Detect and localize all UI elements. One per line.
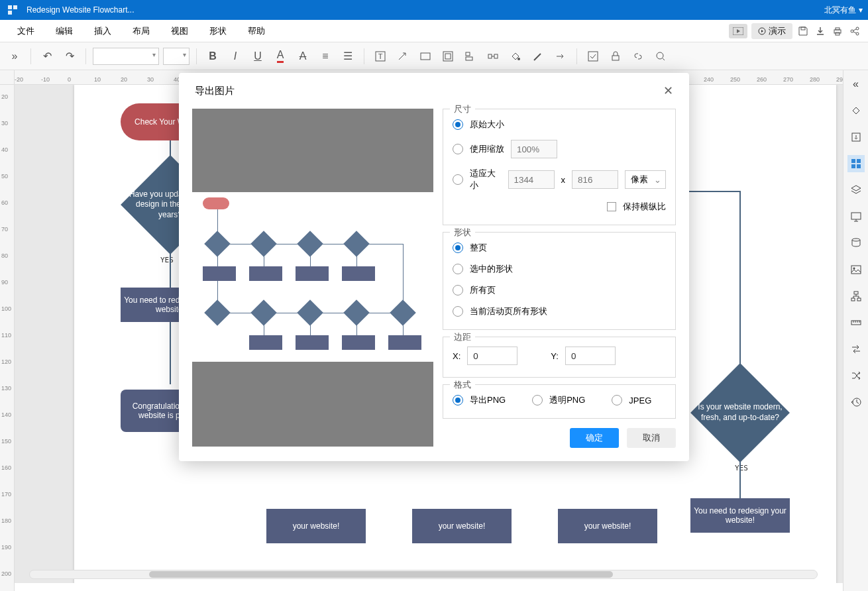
underline-icon[interactable]: U (248, 47, 267, 66)
radio-export-png[interactable] (453, 395, 463, 405)
menu-file[interactable]: 文件 (7, 25, 45, 37)
margin-fieldset: 边距 X: Y: (443, 337, 676, 378)
close-icon[interactable]: ✕ (663, 83, 673, 98)
print-icon[interactable] (831, 25, 844, 38)
margin-x-input[interactable] (467, 347, 517, 365)
ruler-corner (0, 70, 15, 85)
radio-fit-size[interactable] (453, 174, 463, 185)
slideshow-icon[interactable] (729, 24, 747, 38)
fit-width-input[interactable] (508, 170, 555, 189)
redo-icon[interactable]: ↷ (60, 47, 79, 66)
present-label: 演示 (769, 25, 786, 37)
radio-whole-page[interactable] (453, 242, 463, 253)
share-icon[interactable] (848, 25, 861, 38)
menu-view[interactable]: 视图 (160, 25, 199, 37)
bold-icon[interactable]: B (203, 47, 222, 66)
radio-all-pages[interactable] (453, 285, 463, 296)
align-icon[interactable]: ≡ (316, 47, 335, 66)
user-menu[interactable]: 北冥有鱼 ▾ (824, 5, 863, 16)
line-style-icon[interactable] (529, 47, 547, 66)
presentation-panel-icon[interactable] (847, 208, 865, 225)
svg-rect-19 (588, 52, 598, 61)
svg-rect-26 (857, 164, 861, 168)
username: 北冥有鱼 (824, 5, 856, 16)
flowchart-process[interactable]: your website! (412, 509, 512, 543)
data-panel-icon[interactable] (847, 235, 865, 252)
unit-select[interactable]: 像素 (625, 170, 666, 189)
layers-panel-icon[interactable] (847, 182, 865, 199)
font-color-icon[interactable]: A (271, 47, 290, 66)
expand-panel-icon[interactable]: » (5, 47, 24, 66)
search-icon[interactable] (651, 47, 670, 66)
collapse-panel-icon[interactable]: « (847, 76, 865, 93)
font-size-combo[interactable] (163, 48, 190, 65)
align-objects-icon[interactable] (461, 47, 480, 66)
margin-x-label: X: (453, 351, 461, 361)
flowchart-decision-5[interactable]: Is your website modern, fresh, and up-to… (690, 376, 790, 449)
horizontal-scrollbar[interactable] (29, 570, 818, 579)
menu-edit[interactable]: 编辑 (45, 25, 83, 37)
svg-rect-2 (801, 27, 805, 30)
random-panel-icon[interactable] (847, 367, 865, 384)
connector[interactable] (739, 449, 741, 498)
scale-input[interactable] (511, 140, 557, 158)
keep-ratio-checkbox[interactable] (607, 202, 616, 211)
lock-icon[interactable] (606, 47, 625, 66)
undo-icon[interactable]: ↶ (38, 47, 56, 66)
checklist-icon[interactable] (584, 47, 602, 66)
present-button[interactable]: 演示 (751, 23, 792, 39)
svg-rect-12 (443, 52, 453, 61)
history-panel-icon[interactable] (847, 394, 865, 411)
menu-help[interactable]: 帮助 (237, 25, 276, 37)
text-box-icon[interactable]: T (371, 47, 390, 66)
radio-jpeg[interactable] (612, 395, 622, 405)
connector[interactable] (739, 191, 741, 376)
svg-point-8 (856, 32, 859, 35)
svg-rect-20 (612, 56, 619, 60)
flowchart-process[interactable]: your website! (266, 509, 366, 543)
export-image-dialog: 导出图片 ✕ (179, 73, 689, 461)
fill-icon[interactable] (506, 47, 525, 66)
flowchart-process[interactable]: your website! (558, 509, 657, 543)
arrow-style-icon[interactable] (551, 47, 570, 66)
svg-rect-24 (857, 159, 861, 163)
measure-panel-icon[interactable] (847, 314, 865, 331)
radio-selected-shapes[interactable] (453, 264, 463, 274)
strikethrough-icon[interactable]: A (294, 47, 312, 66)
image-panel-icon[interactable] (847, 261, 865, 278)
grid-panel-icon[interactable] (847, 155, 865, 172)
keep-ratio-label: 保持横纵比 (623, 201, 666, 213)
radio-active-page-shapes[interactable] (453, 306, 463, 317)
menu-shape[interactable]: 形状 (199, 25, 237, 37)
sitemap-panel-icon[interactable] (847, 288, 865, 305)
ok-button[interactable]: 确定 (570, 428, 619, 448)
radio-use-scale[interactable] (453, 144, 463, 154)
scrollbar-thumb[interactable] (149, 571, 613, 578)
distribute-icon[interactable] (484, 47, 502, 66)
margin-y-input[interactable] (565, 347, 616, 365)
download-icon[interactable] (814, 25, 827, 38)
svg-point-6 (851, 30, 853, 32)
connector[interactable] (170, 322, 171, 384)
font-family-combo[interactable] (93, 48, 159, 65)
export-panel-icon[interactable] (847, 129, 865, 146)
ruler-vertical: 2030405060708090100110120130140150160170… (0, 85, 15, 591)
connector[interactable] (170, 241, 171, 288)
connector-icon[interactable] (394, 47, 412, 66)
size-fieldset: 尺寸 原始大小 使用缩放 适应大小 x 像素 (443, 109, 676, 225)
menu-layout[interactable]: 布局 (122, 25, 160, 37)
line-spacing-icon[interactable]: ☰ (339, 47, 357, 66)
save-icon[interactable] (796, 25, 810, 38)
container2-icon[interactable] (439, 47, 457, 66)
italic-icon[interactable]: I (226, 47, 244, 66)
cancel-button[interactable]: 取消 (627, 428, 676, 448)
container-icon[interactable] (416, 47, 435, 66)
radio-original-size[interactable] (453, 119, 463, 130)
swap-panel-icon[interactable] (847, 341, 865, 358)
flowchart-process-5[interactable]: You need to redesign your website! (690, 498, 790, 533)
fill-panel-icon[interactable] (847, 102, 865, 119)
menu-insert[interactable]: 插入 (83, 25, 122, 37)
radio-transparent-png[interactable] (532, 395, 543, 405)
link-icon[interactable] (629, 47, 647, 66)
fit-height-input[interactable] (572, 170, 618, 189)
